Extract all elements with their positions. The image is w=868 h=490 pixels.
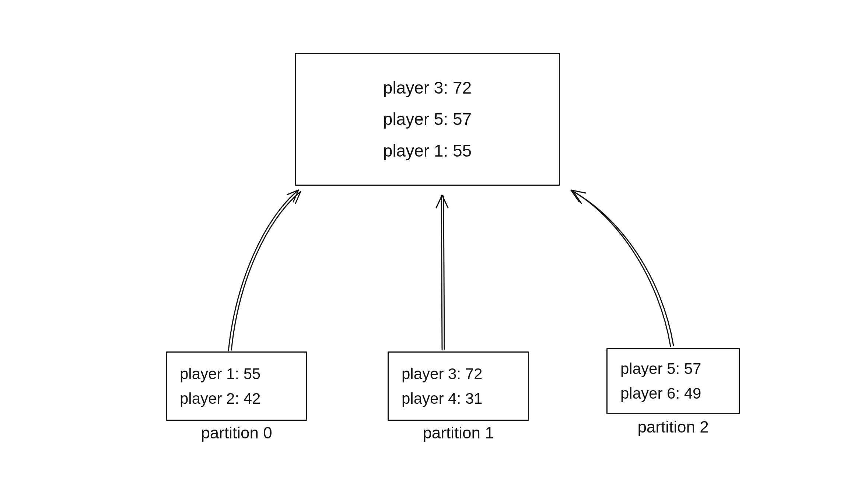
partition-row: player 1: 55 bbox=[180, 361, 293, 386]
partition-1-box: player 3: 72 player 4: 31 bbox=[388, 351, 529, 421]
aggregator-row: player 5: 57 bbox=[309, 104, 546, 135]
partition-row: player 4: 31 bbox=[402, 386, 515, 411]
partition-row: player 2: 42 bbox=[180, 386, 293, 411]
aggregator-row: player 3: 72 bbox=[309, 72, 546, 104]
partition-row: player 6: 49 bbox=[620, 381, 726, 406]
arrow-partition-1 bbox=[436, 195, 448, 350]
partition-1-label: partition 1 bbox=[388, 424, 529, 442]
arrow-partition-2 bbox=[571, 190, 673, 346]
diagram-canvas: player 3: 72 player 5: 57 player 1: 55 p… bbox=[0, 0, 868, 490]
partition-0-box: player 1: 55 player 2: 42 bbox=[166, 351, 307, 421]
partition-row: player 5: 57 bbox=[620, 356, 726, 381]
partition-0-label: partition 0 bbox=[166, 424, 307, 442]
aggregator-row: player 1: 55 bbox=[309, 135, 546, 167]
partition-2-box: player 5: 57 player 6: 49 bbox=[606, 348, 740, 414]
partition-2-label: partition 2 bbox=[606, 418, 740, 436]
arrow-partition-0 bbox=[228, 190, 301, 351]
partition-row: player 3: 72 bbox=[402, 361, 515, 386]
aggregator-box: player 3: 72 player 5: 57 player 1: 55 bbox=[295, 53, 560, 186]
